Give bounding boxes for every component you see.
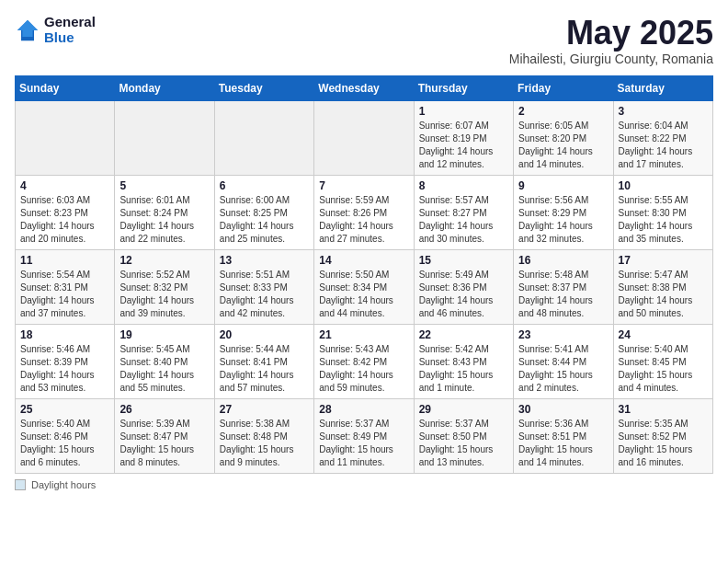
logo-general: General — [44, 15, 96, 30]
day-number: 22 — [419, 328, 508, 341]
calendar-cell: 18Sunrise: 5:46 AM Sunset: 8:39 PM Dayli… — [16, 324, 115, 398]
calendar-week-3: 18Sunrise: 5:46 AM Sunset: 8:39 PM Dayli… — [16, 324, 713, 398]
calendar-cell: 9Sunrise: 5:56 AM Sunset: 8:29 PM Daylig… — [514, 175, 613, 249]
calendar-cell — [214, 100, 313, 175]
day-info: Sunrise: 5:39 AM Sunset: 8:47 PM Dayligh… — [119, 418, 209, 469]
day-info: Sunrise: 5:44 AM Sunset: 8:41 PM Dayligh… — [220, 343, 309, 395]
calendar-cell: 25Sunrise: 5:40 AM Sunset: 8:46 PM Dayli… — [16, 398, 115, 473]
calendar-cell — [16, 100, 115, 175]
calendar-header-monday: Monday — [115, 75, 214, 100]
calendar-cell: 12Sunrise: 5:52 AM Sunset: 8:32 PM Dayli… — [115, 249, 214, 324]
day-number: 29 — [419, 403, 508, 416]
day-info: Sunrise: 6:00 AM Sunset: 8:25 PM Dayligh… — [220, 194, 309, 246]
svg-marker-1 — [17, 19, 38, 36]
title-block: May 2025 Mihailesti, Giurgiu County, Rom… — [509, 15, 713, 66]
day-number: 7 — [319, 179, 408, 192]
day-info: Sunrise: 5:52 AM Sunset: 8:32 PM Dayligh… — [119, 269, 209, 320]
day-number: 28 — [319, 403, 408, 416]
calendar-cell: 28Sunrise: 5:37 AM Sunset: 8:49 PM Dayli… — [314, 398, 414, 473]
day-number: 12 — [119, 254, 209, 267]
day-number: 23 — [518, 328, 608, 341]
calendar-cell: 14Sunrise: 5:50 AM Sunset: 8:34 PM Dayli… — [314, 249, 414, 324]
calendar-cell — [115, 100, 214, 175]
calendar-cell: 23Sunrise: 5:41 AM Sunset: 8:44 PM Dayli… — [514, 324, 613, 398]
header: General Blue May 2025 Mihailesti, Giurgi… — [15, 15, 713, 66]
day-number: 21 — [319, 328, 408, 341]
calendar-cell: 20Sunrise: 5:44 AM Sunset: 8:41 PM Dayli… — [214, 324, 313, 398]
calendar-cell: 1Sunrise: 6:07 AM Sunset: 8:19 PM Daylig… — [414, 100, 513, 175]
day-number: 2 — [518, 105, 608, 118]
day-info: Sunrise: 5:50 AM Sunset: 8:34 PM Dayligh… — [319, 269, 408, 320]
day-number: 9 — [518, 179, 608, 192]
day-number: 1 — [419, 105, 508, 118]
day-number: 4 — [20, 179, 109, 192]
logo-text: General Blue — [44, 15, 96, 45]
day-info: Sunrise: 5:55 AM Sunset: 8:30 PM Dayligh… — [619, 194, 708, 246]
calendar-header-wednesday: Wednesday — [314, 75, 414, 100]
logo-icon — [15, 17, 40, 43]
calendar-cell: 17Sunrise: 5:47 AM Sunset: 8:38 PM Dayli… — [613, 249, 712, 324]
day-info: Sunrise: 6:01 AM Sunset: 8:24 PM Dayligh… — [119, 194, 209, 246]
day-number: 24 — [619, 328, 708, 341]
day-number: 16 — [518, 254, 608, 267]
calendar-table: SundayMondayTuesdayWednesdayThursdayFrid… — [15, 75, 713, 474]
day-info: Sunrise: 5:35 AM Sunset: 8:52 PM Dayligh… — [619, 418, 708, 469]
day-number: 15 — [419, 254, 508, 267]
day-info: Sunrise: 5:41 AM Sunset: 8:44 PM Dayligh… — [518, 343, 608, 395]
day-info: Sunrise: 5:49 AM Sunset: 8:36 PM Dayligh… — [419, 269, 508, 320]
calendar-cell: 2Sunrise: 6:05 AM Sunset: 8:20 PM Daylig… — [514, 100, 613, 175]
day-info: Sunrise: 5:40 AM Sunset: 8:46 PM Dayligh… — [20, 418, 109, 469]
footer-label: Daylight hours — [31, 479, 96, 490]
calendar-week-1: 4Sunrise: 6:03 AM Sunset: 8:23 PM Daylig… — [16, 175, 713, 249]
calendar-cell: 15Sunrise: 5:49 AM Sunset: 8:36 PM Dayli… — [414, 249, 513, 324]
day-info: Sunrise: 5:51 AM Sunset: 8:33 PM Dayligh… — [220, 269, 309, 320]
day-info: Sunrise: 5:37 AM Sunset: 8:50 PM Dayligh… — [419, 418, 508, 469]
calendar-header-row: SundayMondayTuesdayWednesdayThursdayFrid… — [16, 75, 713, 100]
calendar-cell: 4Sunrise: 6:03 AM Sunset: 8:23 PM Daylig… — [16, 175, 115, 249]
calendar-cell: 8Sunrise: 5:57 AM Sunset: 8:27 PM Daylig… — [414, 175, 513, 249]
calendar-header-tuesday: Tuesday — [214, 75, 313, 100]
calendar-cell: 21Sunrise: 5:43 AM Sunset: 8:42 PM Dayli… — [314, 324, 414, 398]
day-number: 31 — [619, 403, 708, 416]
page-container: General Blue May 2025 Mihailesti, Giurgi… — [15, 15, 713, 490]
calendar-week-2: 11Sunrise: 5:54 AM Sunset: 8:31 PM Dayli… — [16, 249, 713, 324]
calendar-cell: 29Sunrise: 5:37 AM Sunset: 8:50 PM Dayli… — [414, 398, 513, 473]
footer-dot — [15, 479, 26, 490]
calendar-cell: 16Sunrise: 5:48 AM Sunset: 8:37 PM Dayli… — [514, 249, 613, 324]
day-number: 5 — [119, 179, 209, 192]
day-number: 30 — [518, 403, 608, 416]
calendar-cell: 27Sunrise: 5:38 AM Sunset: 8:48 PM Dayli… — [214, 398, 313, 473]
day-number: 6 — [220, 179, 309, 192]
day-info: Sunrise: 5:45 AM Sunset: 8:40 PM Dayligh… — [119, 343, 209, 395]
calendar-cell: 19Sunrise: 5:45 AM Sunset: 8:40 PM Dayli… — [115, 324, 214, 398]
logo: General Blue — [15, 15, 96, 45]
day-number: 20 — [220, 328, 309, 341]
footer-note: Daylight hours — [15, 479, 713, 490]
day-info: Sunrise: 5:54 AM Sunset: 8:31 PM Dayligh… — [20, 269, 109, 320]
day-number: 25 — [20, 403, 109, 416]
calendar-cell: 6Sunrise: 6:00 AM Sunset: 8:25 PM Daylig… — [214, 175, 313, 249]
day-info: Sunrise: 5:42 AM Sunset: 8:43 PM Dayligh… — [419, 343, 508, 395]
month-title: May 2025 — [509, 15, 713, 52]
day-number: 14 — [319, 254, 408, 267]
day-info: Sunrise: 5:43 AM Sunset: 8:42 PM Dayligh… — [319, 343, 408, 395]
day-number: 19 — [119, 328, 209, 341]
day-number: 3 — [619, 105, 708, 118]
calendar-week-0: 1Sunrise: 6:07 AM Sunset: 8:19 PM Daylig… — [16, 100, 713, 175]
calendar-cell: 10Sunrise: 5:55 AM Sunset: 8:30 PM Dayli… — [613, 175, 712, 249]
day-info: Sunrise: 5:36 AM Sunset: 8:51 PM Dayligh… — [518, 418, 608, 469]
day-info: Sunrise: 5:37 AM Sunset: 8:49 PM Dayligh… — [319, 418, 408, 469]
day-info: Sunrise: 5:40 AM Sunset: 8:45 PM Dayligh… — [619, 343, 708, 395]
calendar-cell: 22Sunrise: 5:42 AM Sunset: 8:43 PM Dayli… — [414, 324, 513, 398]
day-info: Sunrise: 5:38 AM Sunset: 8:48 PM Dayligh… — [220, 418, 309, 469]
day-number: 11 — [20, 254, 109, 267]
calendar-cell: 3Sunrise: 6:04 AM Sunset: 8:22 PM Daylig… — [613, 100, 712, 175]
logo-blue: Blue — [44, 30, 96, 46]
calendar-cell: 13Sunrise: 5:51 AM Sunset: 8:33 PM Dayli… — [214, 249, 313, 324]
day-number: 18 — [20, 328, 109, 341]
day-number: 10 — [619, 179, 708, 192]
calendar-cell — [314, 100, 414, 175]
calendar-header-sunday: Sunday — [16, 75, 115, 100]
day-info: Sunrise: 5:46 AM Sunset: 8:39 PM Dayligh… — [20, 343, 109, 395]
calendar-cell: 7Sunrise: 5:59 AM Sunset: 8:26 PM Daylig… — [314, 175, 414, 249]
